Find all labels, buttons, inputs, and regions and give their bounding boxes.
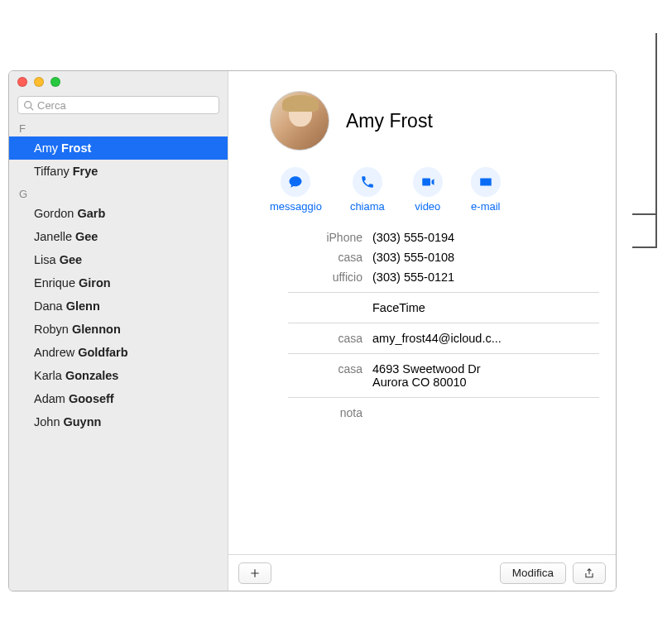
phone-row[interactable]: iPhone (303) 555-0194 bbox=[245, 227, 599, 247]
separator bbox=[288, 292, 599, 293]
field-value: 4693 Sweetwood Dr Aurora CO 80010 bbox=[369, 362, 599, 389]
share-button[interactable] bbox=[573, 562, 606, 584]
field-value: amy_frost44@icloud.c... bbox=[369, 332, 599, 345]
contact-row[interactable]: Lisa Gee bbox=[9, 248, 228, 271]
search-icon bbox=[23, 100, 34, 111]
contact-first: Amy bbox=[34, 141, 58, 155]
search-field[interactable] bbox=[17, 96, 219, 114]
note-row[interactable]: nota bbox=[245, 403, 599, 423]
action-label: chiama bbox=[350, 200, 385, 213]
facetime-row[interactable]: FaceTime bbox=[245, 298, 599, 318]
separator bbox=[288, 323, 599, 323]
contact-row[interactable]: Janelle Gee bbox=[9, 225, 228, 248]
field-value: (303) 555-0108 bbox=[369, 251, 599, 264]
minimize-button[interactable] bbox=[34, 77, 44, 87]
field-value: (303) 555-0121 bbox=[369, 270, 599, 284]
field-value bbox=[369, 406, 599, 419]
address-row[interactable]: casa 4693 Sweetwood Dr Aurora CO 80010 bbox=[245, 359, 599, 392]
action-call[interactable]: chiama bbox=[350, 167, 385, 213]
action-label: messaggio bbox=[270, 200, 322, 213]
field-value: FaceTime bbox=[369, 301, 599, 314]
add-button[interactable] bbox=[238, 562, 271, 584]
svg-point-0 bbox=[25, 101, 31, 108]
action-label: e-mail bbox=[471, 200, 500, 213]
share-icon bbox=[583, 567, 595, 579]
contact-detail-pane: Amy Frost messaggio chiama video e-mail bbox=[228, 71, 616, 591]
contact-row[interactable]: Andrew Goldfarb bbox=[9, 341, 228, 364]
field-label: ufficio bbox=[245, 270, 369, 284]
message-icon bbox=[288, 175, 303, 189]
phone-row[interactable]: casa (303) 555-0108 bbox=[245, 247, 599, 267]
zoom-button[interactable] bbox=[50, 77, 60, 87]
contact-row[interactable]: John Guynn bbox=[9, 410, 228, 433]
contact-first: Tiffany bbox=[34, 165, 70, 178]
contact-row[interactable]: Adam Gooseff bbox=[9, 387, 228, 410]
action-label: video bbox=[415, 200, 440, 213]
plus-icon bbox=[249, 567, 261, 579]
action-message[interactable]: messaggio bbox=[270, 167, 322, 213]
quick-actions-row: messaggio chiama video e-mail bbox=[228, 159, 616, 227]
field-label: casa bbox=[245, 251, 369, 264]
contacts-window: F Amy Frost Tiffany Frye G Gordon Garb J… bbox=[8, 70, 617, 591]
video-icon bbox=[420, 175, 435, 189]
field-label bbox=[245, 301, 369, 314]
contact-row[interactable]: Amy Frost bbox=[9, 136, 228, 160]
section-header-g: G bbox=[9, 183, 228, 202]
close-button[interactable] bbox=[17, 77, 27, 87]
svg-line-1 bbox=[31, 107, 33, 109]
avatar[interactable] bbox=[270, 91, 329, 151]
phone-row[interactable]: ufficio (303) 555-0121 bbox=[245, 267, 599, 287]
email-icon bbox=[478, 175, 493, 189]
search-input[interactable] bbox=[37, 99, 214, 112]
edit-button[interactable]: Modifica bbox=[500, 562, 566, 584]
contact-row[interactable]: Karla Gonzales bbox=[9, 364, 228, 387]
sidebar: F Amy Frost Tiffany Frye G Gordon Garb J… bbox=[9, 71, 228, 591]
contact-row[interactable]: Dana Glenn bbox=[9, 294, 228, 318]
edit-label: Modifica bbox=[512, 567, 554, 579]
window-titlebar bbox=[9, 71, 228, 93]
action-email[interactable]: e-mail bbox=[471, 167, 501, 213]
separator bbox=[288, 353, 599, 354]
field-value: (303) 555-0194 bbox=[369, 231, 599, 244]
contact-row[interactable]: Robyn Glennon bbox=[9, 318, 228, 341]
contact-name: Amy Frost bbox=[346, 110, 433, 132]
contact-row[interactable]: Gordon Garb bbox=[9, 202, 228, 225]
contact-last: Frost bbox=[61, 141, 91, 155]
field-label: iPhone bbox=[245, 231, 369, 244]
bottom-toolbar: Modifica bbox=[228, 554, 616, 591]
phone-icon bbox=[360, 175, 375, 189]
contact-last: Frye bbox=[73, 165, 98, 178]
section-header-f: F bbox=[9, 117, 228, 136]
field-label: casa bbox=[245, 362, 369, 389]
action-video[interactable]: video bbox=[413, 167, 443, 213]
email-row[interactable]: casa amy_frost44@icloud.c... bbox=[245, 328, 599, 348]
field-label: nota bbox=[245, 406, 369, 419]
annotation-lines bbox=[639, 33, 672, 256]
separator bbox=[288, 397, 599, 398]
field-label: casa bbox=[245, 332, 369, 345]
contact-row[interactable]: Tiffany Frye bbox=[9, 160, 228, 183]
contact-row[interactable]: Enrique Giron bbox=[9, 271, 228, 294]
contact-details: iPhone (303) 555-0194 casa (303) 555-010… bbox=[228, 227, 616, 423]
